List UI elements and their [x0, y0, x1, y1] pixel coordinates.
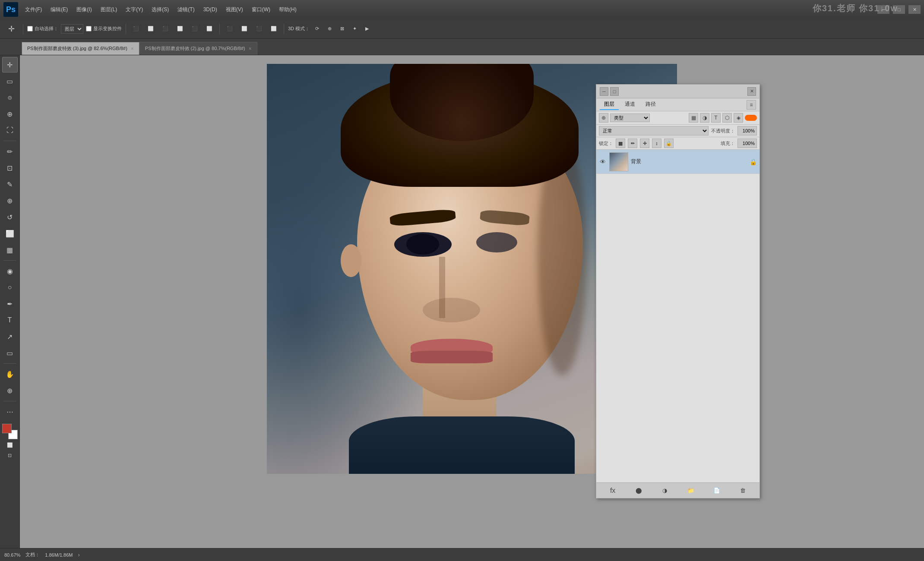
close-button[interactable]: ✕ [908, 5, 921, 14]
layers-panel-titlebar[interactable]: ─ □ ✕ [596, 85, 759, 98]
eraser-tool[interactable]: ⬜ [2, 226, 18, 241]
panel-float-btn[interactable]: □ [610, 87, 619, 96]
layer-adjustment-button[interactable]: ◑ [659, 485, 671, 496]
title-bar: Ps 文件(F)编辑(E)图像(I)图层(L)文字(Y)选择(S)滤镜(T)3D… [0, 0, 924, 19]
layer-group-button[interactable]: 📁 [685, 485, 696, 496]
distribute-m-button[interactable]: ⬛ [253, 23, 265, 35]
layer-select[interactable]: 图层 [61, 24, 83, 34]
filter-pixel-btn[interactable]: ▦ [689, 113, 698, 123]
menu-item-窗口[interactable]: 窗口(W) [247, 4, 275, 15]
fill-input[interactable] [737, 139, 757, 148]
doc-tab-close-0[interactable]: × [131, 46, 134, 52]
distribute-v-button[interactable]: ⬛ [224, 23, 236, 35]
doc-tab-close-1[interactable]: × [249, 46, 252, 52]
lock-artboard-btn[interactable]: ↕ [652, 139, 661, 148]
filter-search-btn[interactable]: ⊕ [599, 113, 608, 123]
new-layer-button[interactable]: 📄 [711, 485, 722, 496]
restore-button[interactable]: □ [893, 5, 905, 14]
doc-tab-0[interactable]: PS制作面部磨皮特效 (3).jpg @ 82.6%(RGB/8#)× [22, 42, 139, 55]
align-bottom-button[interactable]: ⬛ [159, 23, 171, 35]
3d-btn-4[interactable]: ✦ [350, 23, 360, 35]
menu-item-图层[interactable]: 图层(L) [96, 4, 122, 15]
transform-checkbox[interactable] [86, 26, 92, 32]
text-tool[interactable]: T [2, 312, 18, 328]
layer-visibility-eye[interactable]: 👁 [599, 158, 607, 166]
3d-btn-1[interactable]: ⟳ [312, 23, 322, 35]
hand-tool[interactable]: ✋ [2, 366, 18, 382]
lasso-tool[interactable]: ⌾ [2, 90, 18, 105]
filter-vector-btn[interactable]: ⬡ [722, 113, 732, 123]
quick-select-tool[interactable]: ⊕ [2, 106, 18, 122]
marquee-tool[interactable]: ▭ [2, 73, 18, 89]
auto-select-checkbox[interactable] [27, 26, 33, 32]
healing-tool[interactable]: ⊡ [2, 160, 18, 176]
foreground-color[interactable] [2, 424, 12, 433]
tab-channels[interactable]: 通道 [620, 99, 639, 110]
3d-btn-5[interactable]: ▶ [362, 23, 372, 35]
clone-tool[interactable]: ⊕ [2, 193, 18, 208]
tab-paths[interactable]: 路径 [641, 99, 660, 110]
menu-item-视图[interactable]: 视图(V) [222, 4, 247, 15]
distribute-h-button[interactable]: ⬜ [238, 23, 250, 35]
zoom-tool[interactable]: ⊕ [2, 383, 18, 398]
blend-mode-select[interactable]: 正常 [599, 126, 709, 136]
filter-smart-btn[interactable]: ◈ [734, 113, 743, 123]
3d-btn-3[interactable]: ⊠ [337, 23, 347, 35]
quick-mask-btn[interactable]: ⬜ [2, 440, 18, 450]
align-top-button[interactable]: ⬛ [130, 23, 142, 35]
tool-separator-2 [3, 260, 16, 261]
crop-tool[interactable]: ⛶ [2, 123, 18, 138]
layers-footer: fx ⬤ ◑ 📁 📄 🗑 [596, 482, 759, 498]
extra-tools[interactable]: ⋯ [2, 404, 18, 419]
brush-tool[interactable]: ✎ [2, 176, 18, 192]
panel-menu-btn[interactable]: ≡ [747, 100, 756, 110]
layer-fx-button[interactable]: fx [607, 485, 618, 496]
align-middle-button[interactable]: ⬜ [145, 23, 157, 35]
pen-tool[interactable]: ✒ [2, 296, 18, 312]
align-center-button[interactable]: ⬛ [189, 23, 201, 35]
menu-item-文件[interactable]: 文件(F) [21, 4, 46, 15]
lock-paint-btn[interactable]: ✏ [628, 139, 637, 148]
filter-type-select[interactable]: 类型 [610, 113, 650, 122]
eyedropper-tool[interactable]: ✏ [2, 144, 18, 159]
layer-mask-button[interactable]: ⬤ [633, 485, 644, 496]
panel-collapse-btn[interactable]: ─ [600, 87, 608, 96]
dodge-tool[interactable]: ○ [2, 280, 18, 295]
filter-type-btn[interactable]: T [711, 113, 721, 123]
distribute-l-button[interactable]: ⬜ [268, 23, 280, 35]
move-tool[interactable]: ✛ [2, 57, 18, 72]
panel-close-btn[interactable]: ✕ [747, 87, 756, 96]
history-brush[interactable]: ↺ [2, 209, 18, 225]
menu-item-滤镜[interactable]: 滤镜(T) [173, 4, 199, 15]
menu-bar: 文件(F)编辑(E)图像(I)图层(L)文字(Y)选择(S)滤镜(T)3D(D)… [21, 4, 301, 15]
doc-tab-1[interactable]: PS制作面部磨皮特效 (2).jpg @ 80.7%(RGB/8#)× [139, 42, 257, 55]
screen-mode-btn[interactable]: ⊡ [2, 451, 18, 460]
lock-position-btn[interactable]: ✛ [640, 139, 649, 148]
menu-item-3D[interactable]: 3D(D) [199, 5, 222, 14]
tab-layers[interactable]: 图层 [600, 99, 619, 110]
menu-item-帮助[interactable]: 帮助(H) [275, 4, 301, 15]
menu-item-编辑[interactable]: 编辑(E) [46, 4, 72, 15]
path-select-tool[interactable]: ↗ [2, 329, 18, 344]
menu-item-选择[interactable]: 选择(S) [147, 4, 173, 15]
menu-item-文字[interactable]: 文字(Y) [121, 4, 147, 15]
minimize-button[interactable]: ─ [877, 5, 889, 14]
gradient-tool[interactable]: ▦ [2, 242, 18, 258]
lock-transparent-btn[interactable]: ▦ [616, 139, 625, 148]
delete-layer-button[interactable]: 🗑 [737, 485, 749, 496]
filter-adjust-btn[interactable]: ◑ [700, 113, 709, 123]
layers-blend-row: 正常 不透明度： [596, 125, 759, 137]
left-toolbox: ✛ ▭ ⌾ ⊕ ⛶ ✏ ⊡ ✎ ⊕ ↺ ⬜ ▦ ◉ ○ ✒ T ↗ ▭ ✋ ⊕ … [0, 55, 20, 548]
blur-tool[interactable]: ◉ [2, 263, 18, 279]
opacity-input[interactable] [737, 126, 757, 136]
move-tool-button[interactable]: ✛ [3, 21, 19, 37]
shape-tool[interactable]: ▭ [2, 345, 18, 361]
status-arrow[interactable]: › [78, 552, 80, 558]
3d-btn-2[interactable]: ⊕ [325, 23, 335, 35]
align-left-button[interactable]: ⬜ [174, 23, 186, 35]
layer-row[interactable]: 👁 背景 🔒 [596, 150, 759, 174]
menu-item-图像[interactable]: 图像(I) [72, 4, 96, 15]
align-right-button[interactable]: ⬜ [203, 23, 215, 35]
lock-all-btn[interactable]: 🔒 [664, 139, 674, 148]
filter-toggle[interactable] [745, 115, 757, 121]
